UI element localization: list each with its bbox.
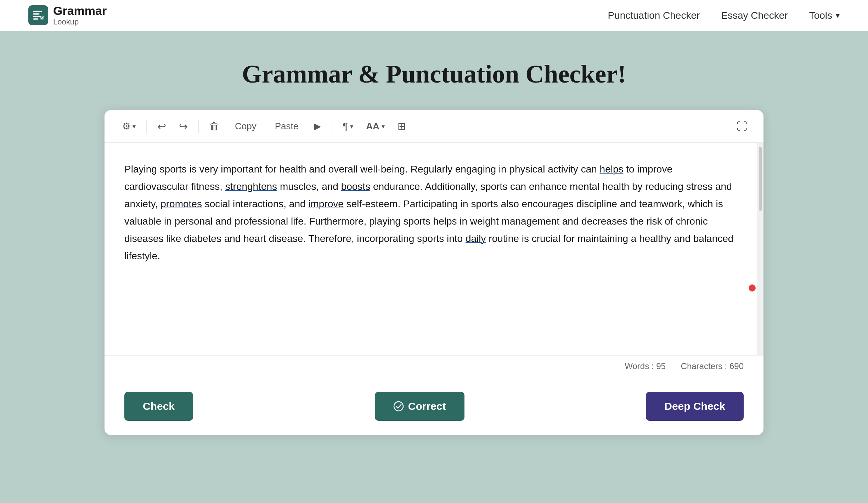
- page-title: Grammar & Punctuation Checker!: [242, 60, 626, 89]
- toolbar-separator-1: [146, 120, 147, 133]
- editor-scrollbar[interactable]: [757, 143, 763, 355]
- redo-button[interactable]: ↪: [174, 117, 193, 136]
- header: Grammar Lookup Punctuation Checker Essay…: [0, 0, 868, 31]
- word-improve[interactable]: improve: [308, 198, 344, 209]
- settings-button[interactable]: ⚙ ▾: [117, 117, 141, 135]
- word-boosts[interactable]: boosts: [341, 181, 371, 192]
- word-strenghtens[interactable]: strenghtens: [225, 181, 277, 192]
- logo-area: Grammar Lookup: [28, 4, 107, 27]
- play-button[interactable]: ▶: [309, 117, 326, 135]
- nav-tools-label: Tools: [809, 10, 832, 21]
- editor-card: ⚙ ▾ ↩ ↪ 🗑 Copy Paste ▶ ¶ ▾: [105, 110, 763, 435]
- correct-check-icon: [393, 401, 404, 412]
- fullscreen-icon: ⛶: [737, 120, 747, 132]
- play-icon: ▶: [314, 121, 321, 132]
- chevron-down-icon: ▾: [836, 11, 840, 20]
- editor-content: Playing sports is very important for hea…: [124, 160, 737, 265]
- copy-button[interactable]: Copy: [227, 117, 264, 135]
- word-daily[interactable]: daily: [466, 233, 486, 244]
- error-indicator-dot: [749, 284, 756, 292]
- fullscreen-button[interactable]: ⛶: [733, 117, 751, 136]
- paragraph-icon: ¶: [343, 121, 348, 132]
- correct-button[interactable]: Correct: [375, 392, 464, 421]
- editor-text-area[interactable]: Playing sports is very important for hea…: [105, 143, 757, 355]
- word-count: Words : 95: [625, 361, 666, 371]
- svg-rect-3: [33, 18, 38, 20]
- more-options-button[interactable]: ⊞: [393, 117, 411, 136]
- toolbar-separator-2: [198, 120, 199, 133]
- scrollbar-thumb: [759, 147, 762, 211]
- editor-actions: Check Correct Deep Check: [105, 382, 763, 435]
- editor-footer: Words : 95 Characters : 690: [105, 355, 763, 382]
- character-count: Characters : 690: [681, 361, 744, 371]
- more-options-icon: ⊞: [398, 120, 406, 132]
- logo-subtitle: Lookup: [53, 17, 107, 27]
- svg-rect-0: [33, 11, 42, 12]
- correct-label: Correct: [408, 400, 446, 412]
- nav-tools-dropdown[interactable]: Tools ▾: [809, 10, 840, 21]
- paragraph-button[interactable]: ¶ ▾: [338, 117, 358, 136]
- settings-chevron-icon: ▾: [133, 123, 136, 130]
- toolbar: ⚙ ▾ ↩ ↪ 🗑 Copy Paste ▶ ¶ ▾: [105, 110, 763, 143]
- font-size-icon: AA: [366, 121, 379, 132]
- svg-rect-2: [33, 16, 41, 17]
- word-promotes[interactable]: promotes: [160, 198, 202, 209]
- main-nav: Punctuation Checker Essay Checker Tools …: [608, 10, 840, 21]
- redo-icon: ↪: [179, 120, 188, 132]
- deep-check-button[interactable]: Deep Check: [646, 392, 744, 421]
- toolbar-separator-3: [332, 120, 332, 133]
- check-button[interactable]: Check: [124, 392, 193, 421]
- logo-title: Grammar: [53, 4, 107, 17]
- editor-body: Playing sports is very important for hea…: [105, 143, 763, 355]
- main-content: Grammar & Punctuation Checker! ⚙ ▾ ↩ ↪ 🗑…: [0, 31, 868, 456]
- word-helps[interactable]: helps: [600, 164, 624, 175]
- paste-button[interactable]: Paste: [267, 117, 306, 135]
- nav-essay-checker[interactable]: Essay Checker: [721, 10, 788, 21]
- svg-point-5: [394, 402, 403, 411]
- gear-icon: ⚙: [122, 121, 130, 132]
- undo-button[interactable]: ↩: [152, 117, 171, 136]
- nav-punctuation-checker[interactable]: Punctuation Checker: [608, 10, 700, 21]
- trash-icon: 🗑: [209, 120, 219, 132]
- font-size-chevron-icon: ▾: [382, 123, 385, 130]
- paragraph-chevron-icon: ▾: [350, 123, 353, 130]
- svg-rect-1: [33, 13, 40, 15]
- font-size-button[interactable]: AA ▾: [361, 117, 390, 135]
- undo-icon: ↩: [157, 120, 166, 132]
- delete-button[interactable]: 🗑: [204, 117, 224, 136]
- logo-icon: [28, 5, 48, 25]
- logo-text: Grammar Lookup: [53, 4, 107, 27]
